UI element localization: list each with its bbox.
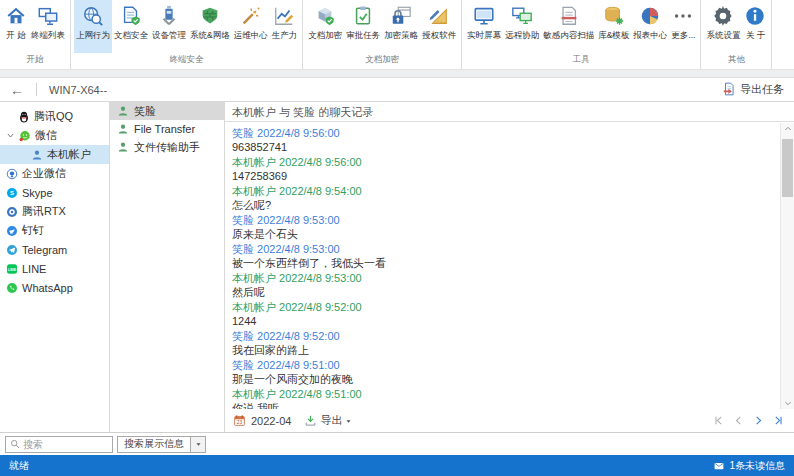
tab-terminal[interactable]: WIN7-X64--	[49, 84, 107, 96]
first-page-button[interactable]	[713, 415, 724, 426]
calendar-icon[interactable]: 23	[233, 414, 246, 427]
person-green-icon	[117, 141, 129, 153]
ribbon-bottom-strip	[0, 70, 794, 78]
ribbon-item-approval-tasks[interactable]: 审批任务	[344, 0, 382, 53]
contact-row[interactable]: 笑脸	[110, 102, 224, 120]
sidebar-item-dingtalk[interactable]: 钉钉	[0, 221, 109, 240]
doc-security-icon	[120, 5, 142, 27]
export-task-button[interactable]: 导出任务	[722, 82, 784, 98]
contact-name: 文件传输助手	[134, 140, 200, 155]
message-sender-time: 本机帐户 2022/4/8 9:52:00	[232, 300, 772, 314]
ribbon-group: 实时屏幕远程协助敏感内容扫描库&模板报表中心更多...工具	[462, 0, 701, 69]
ribbon-item-doc-security[interactable]: 文档安全	[112, 0, 150, 53]
back-arrow-icon[interactable]: ←	[10, 83, 24, 97]
month-picker[interactable]: 2022-04	[251, 415, 291, 427]
ribbon-item-library-templates[interactable]: 库&模板	[596, 0, 631, 53]
chat-message: 笑脸 2022/4/8 9:52:00我在回家的路上	[232, 329, 772, 357]
search-input[interactable]	[23, 439, 108, 450]
chat-message: 笑脸 2022/4/8 9:51:00那是一个风雨交加的夜晚	[232, 358, 772, 386]
sidebar-item-whatsapp[interactable]: WhatsApp	[0, 278, 109, 297]
ribbon-item-system-network[interactable]: 系统&网络	[188, 0, 232, 53]
scrollbar-down-icon[interactable]	[781, 397, 794, 409]
ribbon-item-ops-center[interactable]: 运维中心	[232, 0, 270, 53]
unread-messages-indicator[interactable]: 1条未读信息	[713, 459, 785, 473]
message-text: 怎么呢?	[232, 198, 772, 212]
qq-icon	[18, 111, 30, 123]
next-page-button[interactable]	[753, 415, 764, 426]
ribbon-toolbar: 开 始终端列表开始上网行为文档安全设备管理系统&网络运维中心生产力终端安全文档加…	[0, 0, 794, 70]
ribbon-item-doc-encrypt[interactable]: 文档加密	[306, 0, 344, 53]
message-sender-time: 笑脸 2022/4/8 9:51:00	[232, 358, 772, 372]
ribbon-item-content-scan[interactable]: 敏感内容扫描	[541, 0, 596, 53]
search-box	[5, 436, 113, 453]
ribbon-item-report-center[interactable]: 报表中心	[631, 0, 669, 53]
scrollbar-thumb[interactable]	[782, 139, 793, 197]
message-text: 963852741	[232, 140, 772, 154]
chat-bottom-toolbar: 23 2022-04 导出	[225, 409, 794, 432]
sidebar-item-label: 微信	[35, 128, 57, 143]
ribbon-item-about-info[interactable]: 关 于	[742, 0, 768, 53]
chat-message: 本机帐户 2022/4/8 9:56:00147258369	[232, 155, 772, 183]
ribbon-item-label: 生产力	[272, 30, 298, 42]
ribbon-item-more-dots[interactable]: 更多...	[669, 0, 697, 53]
message-sender-time: 本机帐户 2022/4/8 9:53:00	[232, 271, 772, 285]
sidebar-item-account-person[interactable]: 本机帐户	[0, 145, 109, 164]
message-sender-time: 本机帐户 2022/4/8 9:56:00	[232, 155, 772, 169]
chat-message: 笑脸 2022/4/8 9:53:00被一个东西绊倒了，我低头一看	[232, 242, 772, 270]
ribbon-item-label: 终端列表	[31, 30, 65, 42]
ribbon-item-home[interactable]: 开 始	[3, 0, 29, 53]
envelope-icon	[713, 461, 725, 471]
chat-message: 本机帐户 2022/4/8 9:52:001244	[232, 300, 772, 328]
sidebar-item-skype[interactable]: SSkype	[0, 183, 109, 202]
contact-name: 笑脸	[134, 104, 156, 119]
chat-message: 本机帐户 2022/4/8 9:51:00你说,我听	[232, 387, 772, 409]
combo-dropdown-button[interactable]	[191, 436, 206, 453]
sidebar-item-wechat[interactable]: 微信	[0, 126, 109, 145]
ribbon-item-remote-assist[interactable]: 远程协助	[503, 0, 541, 53]
scrollbar-up-icon[interactable]	[781, 123, 794, 135]
search-display-combo[interactable]: 搜索展示信息	[117, 436, 206, 453]
ribbon-group: 文档加密审批任务加密策略授权软件文档加密	[303, 0, 462, 69]
contact-row[interactable]: File Transfer	[110, 120, 224, 138]
ribbon-item-terminal-list[interactable]: 终端列表	[29, 0, 67, 53]
sidebar-item-qq[interactable]: 腾讯QQ	[0, 107, 109, 126]
account-person-icon	[31, 149, 43, 161]
ribbon-group-label: 终端安全	[74, 53, 299, 69]
svg-text:LINE: LINE	[8, 267, 17, 271]
ribbon-item-label: 上网行为	[76, 30, 110, 42]
ribbon-item-label: 运维中心	[234, 30, 268, 42]
chat-scrollbar[interactable]	[780, 123, 794, 409]
contact-name: File Transfer	[134, 123, 195, 135]
chevron-expanded-icon[interactable]	[6, 131, 15, 140]
sidebar-item-rtx[interactable]: 腾讯RTX	[0, 202, 109, 221]
message-sender-time: 本机帐户 2022/4/8 9:54:00	[232, 184, 772, 198]
ribbon-item-settings-gear[interactable]: 系统设置	[704, 0, 742, 53]
whatsapp-icon	[6, 282, 18, 294]
last-page-button[interactable]	[773, 415, 784, 426]
ribbon-item-productivity[interactable]: 生产力	[270, 0, 300, 53]
sidebar-item-wechat-work[interactable]: 企业微信	[0, 164, 109, 183]
tab-separator	[36, 83, 37, 96]
sidebar-item-telegram[interactable]: Telegram	[0, 240, 109, 259]
wechat-icon	[19, 130, 31, 142]
dingtalk-icon	[6, 225, 18, 237]
encrypt-policy-icon	[390, 5, 412, 27]
ribbon-item-web-behavior[interactable]: 上网行为	[74, 0, 112, 53]
sidebar-item-label: 本机帐户	[47, 147, 91, 162]
prev-page-button[interactable]	[733, 415, 744, 426]
contact-row[interactable]: 文件传输助手	[110, 138, 224, 156]
ribbon-item-licensed-software[interactable]: 授权软件	[420, 0, 458, 53]
svg-text:S: S	[10, 190, 14, 196]
chat-message: 笑脸 2022/4/8 9:56:00963852741	[232, 126, 772, 154]
sidebar-item-line[interactable]: LINELINE	[0, 259, 109, 278]
ribbon-item-device-management[interactable]: 设备管理	[150, 0, 188, 53]
ribbon-item-encrypt-policy[interactable]: 加密策略	[382, 0, 420, 53]
ribbon-item-live-screen[interactable]: 实时屏幕	[465, 0, 503, 53]
export-chat-button[interactable]: 导出	[304, 413, 352, 428]
message-text: 你说,我听	[232, 401, 772, 409]
message-sender-time: 笑脸 2022/4/8 9:53:00	[232, 213, 772, 227]
pagination	[713, 415, 784, 426]
message-text: 147258369	[232, 169, 772, 183]
sidebar-item-label: 企业微信	[22, 166, 66, 181]
search-icon	[10, 435, 20, 453]
